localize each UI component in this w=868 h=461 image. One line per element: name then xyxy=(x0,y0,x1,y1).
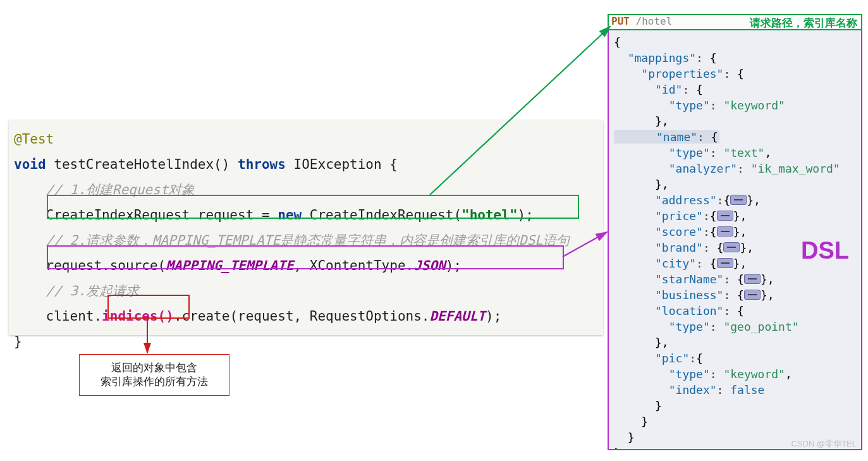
red-annotation-box: 返回的对象中包含 索引库操作的所有方法 xyxy=(79,354,229,396)
dsl-big-label: DSL xyxy=(801,237,849,264)
dsl-header: PUT /hotel 请求路径，索引库名称 xyxy=(608,14,862,30)
java-code: @Test void testCreateHotelIndex() throws… xyxy=(9,120,603,359)
java-code-block: @Test void testCreateHotelIndex() throws… xyxy=(9,120,603,335)
watermark: CSDN @零华TEL xyxy=(792,438,857,450)
dsl-json-block: { "mappings": { "properties": { "id": { … xyxy=(608,14,862,450)
test-annotation: @Test xyxy=(14,132,54,147)
dsl-json-content: { "mappings": { "properties": { "id": { … xyxy=(609,15,861,450)
